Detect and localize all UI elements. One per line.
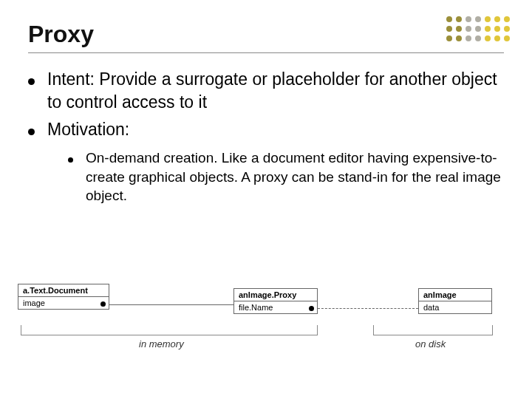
bullet-text: Intent: Provide a surrogate or placehold… xyxy=(47,68,504,114)
connector-dashed xyxy=(318,308,418,309)
bullet-intent: Intent: Provide a surrogate or placehold… xyxy=(28,68,504,114)
region-label-in-memory: in memory xyxy=(139,338,184,349)
box-image: anImage data xyxy=(418,288,492,314)
box-field: file.Name xyxy=(234,301,317,313)
bullet-icon xyxy=(28,68,47,114)
box-title: a.Text.Document xyxy=(18,284,109,297)
connector-solid xyxy=(109,304,233,305)
box-title: anImage xyxy=(419,289,491,301)
bullet-list: Intent: Provide a surrogate or placehold… xyxy=(28,68,504,205)
bullet-motivation: Motivation: xyxy=(28,118,504,141)
bullet-icon xyxy=(68,149,86,205)
region-label-on-disk: on disk xyxy=(415,338,446,349)
decorative-dots xyxy=(446,16,510,41)
box-title: anImage.Proxy xyxy=(234,289,317,301)
sub-bullet: On-demand creation. Like a document edit… xyxy=(68,149,504,205)
brace-in-memory xyxy=(21,325,318,335)
bullet-icon xyxy=(28,118,47,141)
port-icon xyxy=(309,306,314,311)
title-underline xyxy=(28,52,504,53)
port-icon xyxy=(100,301,106,307)
brace-on-disk xyxy=(373,325,493,335)
object-diagram: a.Text.Document image anImage.Proxy file… xyxy=(0,284,532,387)
box-field: image xyxy=(18,297,109,309)
slide: Proxy Intent: Provide a surrogate or pla… xyxy=(0,0,532,399)
box-image-proxy: anImage.Proxy file.Name xyxy=(233,288,318,314)
sub-bullet-text: On-demand creation. Like a document edit… xyxy=(86,149,504,205)
slide-title: Proxy xyxy=(28,21,504,48)
box-field: data xyxy=(419,301,491,313)
bullet-text: Motivation: xyxy=(47,118,129,141)
box-text-document: a.Text.Document image xyxy=(18,284,109,310)
